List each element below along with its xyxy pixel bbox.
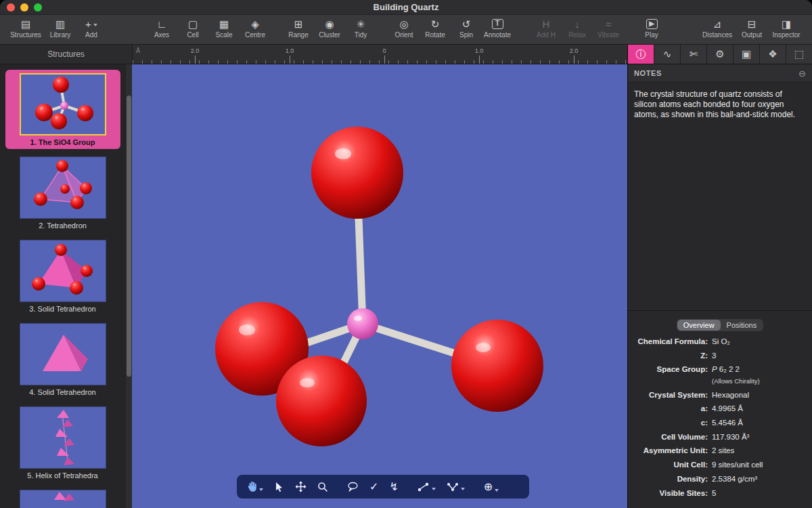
property-label: Visible Sites: xyxy=(628,489,712,498)
minimize-button[interactable] xyxy=(20,3,28,12)
inspector-tab-bar: ⓘ ∿ ✄ ⚙ ▣ ❖ ⬚ xyxy=(628,45,812,64)
tab-positions[interactable]: Positions xyxy=(721,320,763,331)
toolbar-spin[interactable]: ↺ Spin xyxy=(451,18,482,39)
tab-stamp[interactable]: ❖ xyxy=(760,45,786,64)
property-row: a: 4.9965 Å xyxy=(628,404,808,413)
toolbar-label: Distances xyxy=(702,31,732,39)
property-row: c: 5.4546 Å xyxy=(628,419,808,427)
molecule-canvas[interactable] xyxy=(132,64,627,508)
toolbar-range[interactable]: ⊞ Range xyxy=(283,18,314,39)
window-title: Building Quartz xyxy=(374,2,439,12)
property-value: (Allows Chirality) xyxy=(712,378,760,385)
close-button[interactable] xyxy=(7,3,15,12)
toolbar-distances[interactable]: ⊿ Distances xyxy=(698,18,736,39)
notes-collapse-button[interactable]: ⊖ xyxy=(798,68,806,79)
toolbar-centre[interactable]: ◈ Centre xyxy=(240,18,271,39)
chevron-down-icon xyxy=(495,489,499,492)
library-icon: ▥ xyxy=(55,18,65,30)
tab-settings[interactable]: ⚙ xyxy=(707,45,734,64)
selection-marquee-icon: ⬚ xyxy=(794,48,804,60)
tab-bonds[interactable]: ✄ xyxy=(681,45,707,64)
structure-thumbnail xyxy=(20,240,106,302)
main-toolbar: ▤ Structures ▥ Library + Add ∟ Axes ▢ Ce… xyxy=(0,15,812,45)
oxygen-atom[interactable] xyxy=(276,356,367,446)
bond-icon xyxy=(418,482,430,492)
bond-single-tool[interactable] xyxy=(418,482,436,492)
ruler-unit: Å xyxy=(136,47,140,54)
select-tool[interactable] xyxy=(274,482,284,492)
toolbar-cluster[interactable]: ◉ Cluster xyxy=(314,18,345,39)
tab-overview[interactable]: Overview xyxy=(677,320,721,331)
specular-highlight xyxy=(239,324,255,335)
energy-tool[interactable]: ↯ xyxy=(389,481,398,493)
play-icon: ▶ xyxy=(646,19,658,29)
toolbar-label: Vibrate xyxy=(597,31,619,39)
structure-item-solid-tetrahedron-2[interactable]: 4. Solid Tetrahedron xyxy=(5,320,120,399)
toolbar-orient[interactable]: ◎ Orient xyxy=(388,18,420,39)
structure-thumbnail xyxy=(20,73,106,135)
spin-icon: ↺ xyxy=(462,18,471,30)
toolbar-annotate[interactable]: T Annotate xyxy=(482,18,513,39)
tab-symmetry[interactable]: ∿ xyxy=(654,45,681,64)
toolbar-structures[interactable]: ▤ Structures xyxy=(7,18,45,39)
structure-item-sio4-group[interactable]: 1. The SiO4 Group xyxy=(5,70,120,149)
ruler-label: 1.0 xyxy=(475,47,484,54)
sidebar-scrollbar[interactable] xyxy=(125,64,132,508)
toolbar-add[interactable]: + Add xyxy=(76,18,107,39)
hand-tool[interactable] xyxy=(246,481,263,492)
property-value: Hexagonal xyxy=(712,391,749,400)
structure-item-partial[interactable] xyxy=(5,486,120,508)
chevron-down-icon xyxy=(432,488,436,490)
overview-segmented-control: Overview Positions xyxy=(677,319,763,331)
property-row: (Allows Chirality) xyxy=(628,378,808,385)
chevron-down-icon xyxy=(461,488,465,490)
centre-icon: ◈ xyxy=(251,18,259,30)
toolbar-inspector[interactable]: ◨ Inspector xyxy=(767,18,805,39)
fullscreen-button[interactable] xyxy=(34,3,42,12)
tab-model[interactable]: ▣ xyxy=(734,45,760,64)
structure-item-helix[interactable]: 5. Helix of Tetrahedra xyxy=(5,403,120,482)
move-tool[interactable] xyxy=(295,481,307,492)
ruler-label: 0 xyxy=(382,47,386,54)
property-row: Z: 3 xyxy=(628,352,808,360)
silicon-atom[interactable] xyxy=(347,308,378,339)
zoom-tool[interactable] xyxy=(317,482,328,492)
specular-highlight xyxy=(335,148,351,159)
toolbar-play[interactable]: ▶ Play xyxy=(636,18,667,39)
oxygen-atom[interactable] xyxy=(311,127,403,219)
toolbar-tidy[interactable]: ✳ Tidy xyxy=(345,18,376,39)
lasso-tool[interactable]: ✓ xyxy=(369,481,378,493)
thumbnail-solid-tetrahedron-2-graphic xyxy=(20,324,106,385)
tab-info[interactable]: ⓘ xyxy=(628,45,654,64)
add-atom-tool[interactable]: ⊕ xyxy=(484,481,499,493)
oxygen-atom[interactable] xyxy=(451,320,543,412)
balloon-tool[interactable] xyxy=(347,482,359,492)
bond-network-tool[interactable] xyxy=(447,482,465,492)
toolbar-relax: ↓ Relax xyxy=(562,18,593,39)
add-h-icon: H xyxy=(543,18,550,30)
structure-item-solid-tetrahedron[interactable]: 3. Solid Tetrahedron xyxy=(5,236,120,316)
structure-label: 1. The SiO4 Group xyxy=(30,138,95,146)
toolbar-output[interactable]: ⊟ Output xyxy=(736,18,767,39)
toolbar-label: Axes xyxy=(154,31,169,39)
sidebar-scrollbar-thumb[interactable] xyxy=(127,96,131,377)
toolbar-rotate[interactable]: ↻ Rotate xyxy=(420,18,451,39)
toolbar-axes[interactable]: ∟ Axes xyxy=(146,18,177,39)
overview-section: Overview Positions Chemical Formula: Si … xyxy=(628,310,812,508)
ruler-label: 2.0 xyxy=(570,47,579,54)
structure-3d-view[interactable]: ✓ ↯ ⊕ xyxy=(132,64,627,508)
model-icon: ▣ xyxy=(742,48,751,60)
property-label xyxy=(628,378,712,385)
ruler-major-tick xyxy=(290,56,290,64)
toolbar-library[interactable]: ▥ Library xyxy=(45,18,76,39)
toolbar-vibrate: ≈ Vibrate xyxy=(593,18,624,39)
toolbar-label: Relax xyxy=(568,31,586,39)
toolbar-cell[interactable]: ▢ Cell xyxy=(177,18,208,39)
toolbar-scale[interactable]: ▦ Scale xyxy=(208,18,240,39)
lightning-icon: ↯ xyxy=(389,481,398,493)
property-row: Space Group: P 6₂ 2 2 xyxy=(628,365,808,374)
property-label: Crystal System: xyxy=(628,391,712,400)
toolbar-label: Inspector xyxy=(772,31,800,39)
tab-selection[interactable]: ⬚ xyxy=(786,45,812,64)
structure-item-tetrahedron[interactable]: 2. Tetrahedron xyxy=(5,153,120,232)
